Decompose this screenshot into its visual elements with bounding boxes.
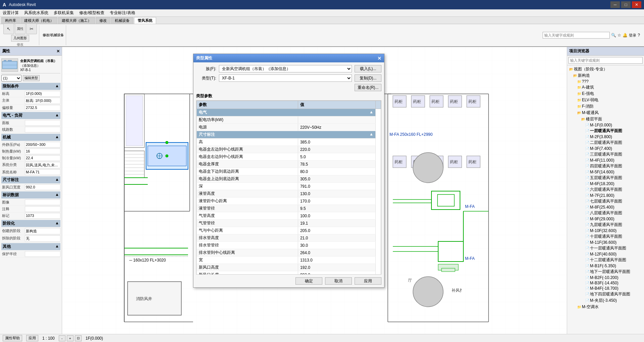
tree-item[interactable]: 📄M-B2F(-10.200) [568,275,643,280]
electrical-header[interactable]: 电气 - 负荷 ▲ [1,112,60,119]
tree-item[interactable]: 📁M-空调水 [568,304,643,310]
param-value[interactable]: 385.0 [298,138,375,146]
tab-component-lib[interactable]: 构件库 [1,17,20,24]
table-row[interactable]: 液管高度130.0 [197,190,381,197]
family-select[interactable]: 全新风空调机组（吊装）（添加信息） [219,65,352,72]
tree-item[interactable]: 📄M-1F(0.000) [568,122,643,128]
param-value[interactable]: 78.5 [298,161,375,168]
geo-shapes-btn[interactable]: 几何图形 [11,35,29,42]
other-header[interactable]: 其他 ▲ [1,243,60,250]
close-btn[interactable]: ✕ [632,1,641,8]
tree-item[interactable]: 📄M-11F(36.600) [568,240,643,245]
constraints-header[interactable]: 限制条件 ▲ [1,83,60,90]
param-value[interactable]: 21.0 [298,234,375,242]
tree-item[interactable]: 📄地下一层暖通风平面图 [568,269,643,275]
tree-item[interactable]: 📄M-6F(18.200) [568,181,643,186]
dialog-window[interactable]: 类型属性 ✕ 族(F): 全新风空调机组（吊装）（添加信息） 载入(L)... [193,54,384,288]
search-input[interactable] [543,32,610,39]
table-row[interactable]: 液管管径9.5 [197,205,381,212]
tab-modeling-me[interactable]: 建模大师（机电） [20,17,57,24]
ok-btn[interactable]: 确定 [295,277,322,285]
tree-item[interactable]: 📄二层暖通风平面图 [568,139,643,146]
tab-duct-system[interactable]: 管风系统 [134,17,156,24]
tab-mechanical-equip[interactable]: 机械设备 [111,17,133,24]
mechanical-header[interactable]: 机械 ▲ [1,134,60,141]
param-value[interactable]: 9.5 [298,205,375,212]
tab-modify[interactable]: 修改 [96,17,110,24]
dialog-close-icon[interactable]: ✕ [377,56,381,61]
tree-item[interactable]: 📄六层暖通风平面图 [568,186,643,193]
clipboard-btn[interactable]: ✂ [26,23,37,34]
menu-item-settings[interactable]: 设置计算 [0,9,21,16]
star-icon[interactable]: ☆ [617,33,621,38]
tree-item[interactable]: 📂楼层平面 [568,116,643,122]
bell-icon[interactable]: 🔔 [623,33,628,38]
help-btn[interactable]: 属性帮助 [3,335,22,341]
table-row[interactable]: 气管高度100.0 [197,212,381,220]
tree-item[interactable]: 📄十二层暖通风平面图 [568,257,643,263]
rename-btn[interactable]: 重命名(R)... [355,84,381,91]
phase-header[interactable]: 阶段化 ▲ [1,220,60,227]
params-table-container[interactable]: 参数 值 电气▲配电功率(kW)电源220V~50Hz尺寸标注▲高385.0电器… [196,100,381,275]
tree-item[interactable]: 📁F-消防 [568,103,643,110]
tree-item[interactable]: 📄M-8F(25.400) [568,205,643,210]
param-value[interactable]: 305.0 [298,175,375,183]
table-row[interactable]: 电器盒厚度78.5 [197,161,381,168]
device-count-select[interactable]: (1) [1,75,21,81]
table-row[interactable]: 排水管高度21.0 [197,234,381,242]
tree-item[interactable]: 📄五层暖通风平面图 [568,175,643,181]
table-row[interactable]: 电源220V~50Hz [197,124,381,131]
menu-item-hvac[interactable]: 风系统水系统 [21,9,51,16]
tree-item[interactable]: 📄M-B1F(-5.350) [568,263,643,269]
tree-item[interactable]: 📂视图（阶段-专业） [568,66,643,72]
dimension-header[interactable]: 尺寸标注 ▲ [1,176,60,183]
browser-search-input[interactable] [568,57,643,64]
tree-item[interactable]: 📂M-暖通风 [568,110,643,116]
tree-item[interactable]: 📄M-B4F(-18.700) [568,286,643,291]
type-select[interactable]: XF-B-1 [219,74,352,82]
table-row[interactable]: 新风口长度992.0 [197,271,381,275]
tree-item[interactable]: 📄九层暖通风平面图 [568,222,643,228]
tree-item[interactable]: 📁E-强电 [568,91,643,97]
minimize-btn[interactable]: ─ [610,1,620,8]
table-row[interactable]: 电器盒右边到中心线距离5.0 [197,153,381,161]
param-value[interactable]: 220.0 [298,146,375,153]
table-row[interactable]: 新风口高度192.0 [197,264,381,271]
duplicate-btn[interactable]: 复制(D)... [355,74,381,82]
menu-item-multisplit[interactable]: 多联机采集 [51,9,77,16]
param-value[interactable]: 19.1 [298,220,375,227]
tree-item[interactable]: 📄M-7F(21.800) [568,193,643,198]
tree-item[interactable]: 📁A-建筑 [568,84,643,91]
table-row[interactable]: 气管管径19.1 [197,220,381,227]
apply-status-btn[interactable]: 应用 [26,335,38,341]
login-btn[interactable]: 登录 [629,33,636,38]
table-section-header[interactable]: 尺寸标注▲ [197,131,376,138]
identity-header[interactable]: 标识数据 ▲ [1,191,60,198]
tab-modeling-cons[interactable]: 建模大师（施工） [58,17,95,24]
tree-item[interactable]: 📁??? [568,79,643,84]
param-value[interactable]: 192.0 [298,264,375,271]
tree-item[interactable]: 📄M-4F(11.000) [568,158,643,163]
table-row[interactable]: 液管距中心距离170.0 [197,197,381,205]
cancel-btn[interactable]: 取消 [325,277,352,285]
tree-item[interactable]: 📄七层暖通风平面图 [568,198,643,205]
tree-item[interactable]: 📄M-5F(14.600) [568,169,643,175]
param-value[interactable]: 220V~50Hz [298,124,375,131]
param-value[interactable]: 791.0 [298,183,375,190]
apply-btn[interactable]: 应用 [355,277,381,285]
param-value[interactable]: 992.0 [298,271,375,275]
menu-item-modify[interactable]: 修改/模型检查 [77,9,107,16]
menu-item-annotation[interactable]: 专业标注/表格 [107,9,138,16]
tree-item[interactable]: 📂新构造 [568,72,643,79]
param-value[interactable]: 100.0 [298,212,375,220]
param-value[interactable]: 1313.0 [298,256,375,264]
tree-item[interactable]: 📄三层暖通风平面图 [568,151,643,158]
fit-view-btn[interactable]: ⊡ [75,335,82,341]
table-row[interactable]: 配电功率(kW) [197,116,381,124]
tree-item[interactable]: 📄M-2F(3.800) [568,134,643,139]
tree-item[interactable]: 📄十层暖通风平面图 [568,233,643,240]
tree-item[interactable]: 📄M-12F(40.600) [568,251,643,257]
tree-item[interactable]: 📄M-9F(29.000) [568,216,643,222]
table-row[interactable]: 电器盒左边到中心线距离220.0 [197,146,381,153]
drawing-canvas[interactable]: ─ 160x120 FL+3020 消防风井 药柜 药柜 药柜 药柜 [62,47,567,334]
